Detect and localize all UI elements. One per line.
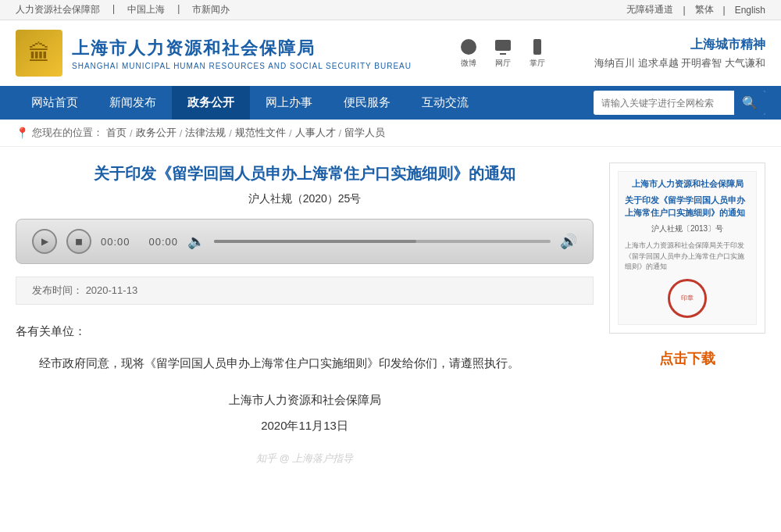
play-button[interactable]: ▶ [32,229,57,254]
nav-home[interactable]: 网站首页 [16,86,94,120]
link-accessible[interactable]: 无障碍通道 [626,3,673,16]
nav-online[interactable]: 网上办事 [250,86,328,120]
logo-emblem: 🏛 [16,30,62,77]
nav-news[interactable]: 新闻发布 [94,86,172,120]
breadcrumb-home[interactable]: 首页 [106,126,127,140]
article-salutation: 各有关单位： [16,320,594,341]
link-english[interactable]: English [735,5,765,16]
article-sign-org: 上海市人力资源和社会保障局 [16,389,594,410]
sidebar: 上海市人力资源和社会保障局 关于印发《留学学回国人员申办上海常住户口实施细则》的… [609,162,765,466]
top-bar-left: 人力资源社会保障部 | 中国上海 | 市新闻办 [16,3,230,16]
city-spirit-block: 上海城市精神 海纳百川 追求卓越 开明睿智 大气谦和 [594,37,765,70]
monitor-icon-btn[interactable]: 网厅 [494,37,512,69]
breadcrumb-law[interactable]: 法律法规 [185,126,226,140]
link-news[interactable]: 市新闻办 [192,3,230,16]
article-paragraph-1: 经市政府同意，现将《留学回国人员申办上海常住户口实施细则》印发给你们，请遵照执行… [16,352,594,373]
header: 🏛 上海市人力资源和社会保障局 SHANGHAI MUNICIPAL HUMAN… [0,20,781,86]
header-social-icons: 微博 网厅 掌厅 [459,37,547,69]
top-bar: 人力资源社会保障部 | 中国上海 | 市新闻办 无障碍通道 | 繁体 | Eng… [0,0,781,20]
spirit-values: 海纳百川 追求卓越 开明睿智 大气谦和 [594,56,765,70]
breadcrumb-prefix: 您现在的位置： [32,126,103,140]
volume-low-icon[interactable]: 🔈 [187,233,205,250]
audio-progress-bar[interactable] [214,240,551,243]
breadcrumb-normative[interactable]: 规范性文件 [235,126,286,140]
publish-date-bar: 发布时间： 2020-11-13 [16,277,594,305]
preview-number: 沪人社规〔2013〕号 [651,223,723,234]
logo-subtitle: SHANGHAI MUNICIPAL HUMAN RESOURCES AND S… [72,62,412,70]
watermark: 知乎 @ 上海落户指导 [16,452,594,466]
svg-rect-3 [533,39,541,55]
link-traditional[interactable]: 繁体 [695,3,714,16]
search-input[interactable] [594,93,734,113]
doc-preview-image: 上海市人力资源和社会保障局 关于印发《留学学回国人员申办上海常住户口实施细则》的… [618,171,757,325]
spirit-title: 上海城市精神 [594,37,765,53]
nav-service[interactable]: 便民服务 [328,86,406,120]
audio-player: ▶ ◼ 00:00 00:00 🔈 🔊 [16,219,594,264]
logo-title: 上海市人力资源和社会保障局 [72,37,412,60]
article-doc-number: 沪人社规（2020）25号 [16,192,594,206]
link-hrss[interactable]: 人力资源社会保障部 [16,3,100,16]
publish-label: 发布时间： [32,284,83,296]
search-button[interactable]: 🔍 [734,91,765,115]
phone-icon-btn[interactable]: 掌厅 [528,37,547,69]
breadcrumb: 📍 您现在的位置： 首页 / 政务公开 / 法律法规 / 规范性文件 / 人事人… [0,120,781,147]
header-left: 🏛 上海市人力资源和社会保障局 SHANGHAI MUNICIPAL HUMAN… [16,30,412,77]
article-body: 各有关单位： 经市政府同意，现将《留学回国人员申办上海常住户口实施细则》印发给你… [16,320,594,436]
volume-high-icon[interactable]: 🔊 [560,233,577,250]
breadcrumb-gov[interactable]: 政务公开 [136,126,177,140]
preview-body: 上海市人力资源和社会保障局关于印发《留学回国人员申办上海常住户口实施细则》的通知 [625,241,750,273]
breadcrumb-overseas[interactable]: 留学人员 [344,126,385,140]
doc-seal: 印章 [668,279,707,318]
logo-text-block: 上海市人力资源和社会保障局 SHANGHAI MUNICIPAL HUMAN R… [72,37,412,70]
audio-time-total: 00:00 [149,236,179,248]
preview-org: 上海市人力资源和社会保障局 [632,178,744,190]
article-title: 关于印发《留学回国人员申办上海常住户口实施细则》的通知 [16,162,594,184]
article-content: 关于印发《留学回国人员申办上海常住户口实施细则》的通知 沪人社规（2020）25… [16,162,594,466]
top-bar-div2: | [177,3,180,16]
nav-gov[interactable]: 政务公开 [172,86,250,120]
top-bar-right: 无障碍通道 | 繁体 | English [626,3,765,16]
weibo-icon-btn[interactable]: 微博 [459,37,478,69]
top-bar-div1: | [112,3,115,16]
article-sign-date: 2020年11月13日 [16,415,594,436]
stop-button[interactable]: ◼ [66,229,91,254]
svg-rect-1 [495,40,511,51]
location-icon: 📍 [16,127,29,139]
main-content: 关于印发《留学回国人员申办上海常住户口实施细则》的通知 沪人社规（2020）25… [0,147,781,481]
svg-point-0 [461,39,476,55]
publish-date-value: 2020-11-13 [86,284,138,296]
breadcrumb-personnel[interactable]: 人事人才 [295,126,336,140]
preview-title: 关于印发《留学学回国人员申办上海常住户口实施细则》的通知 [625,195,750,219]
link-shanghai[interactable]: 中国上海 [127,3,165,16]
nav-bar: 网站首页 新闻发布 政务公开 网上办事 便民服务 互动交流 🔍 [0,86,781,120]
search-box: 🔍 [594,91,765,115]
nav-interact[interactable]: 互动交流 [406,86,484,120]
audio-time-current: 00:00 [101,236,130,248]
doc-preview: 上海市人力资源和社会保障局 关于印发《留学学回国人员申办上海常住户口实施细则》的… [609,162,765,334]
download-button[interactable]: 点击下载 [609,343,765,374]
